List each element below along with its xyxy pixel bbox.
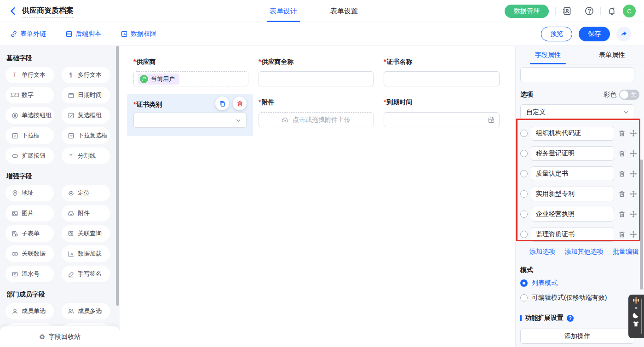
sidebar-scrollbar[interactable] (116, 46, 119, 306)
extension-help-icon[interactable]: ? (567, 315, 574, 322)
toolbar-link[interactable]: 数据权限 (121, 30, 156, 38)
field-type-pill-text-single[interactable]: T 单行文本 (6, 67, 54, 83)
top-header: 供应商资质档案 表单设计 表单设置 数据管理 C (0, 0, 644, 22)
field-type-pill-cloud[interactable]: 附件 (62, 205, 110, 222)
field-type-pill-serial[interactable]: 流水号 (6, 266, 54, 282)
delete-field-button[interactable] (233, 97, 247, 110)
user-avatar[interactable]: C (623, 5, 636, 17)
preview-button[interactable]: 预览 (541, 27, 572, 41)
back-icon[interactable] (8, 6, 17, 16)
option-delete-icon[interactable] (618, 170, 626, 177)
option-value-input[interactable] (531, 146, 614, 161)
mode-option-editable[interactable]: 可编辑模式(仅移动端有效) (520, 294, 639, 302)
field-type-pill-pin[interactable]: 地址 (6, 185, 54, 201)
field-type-label: 扩展按钮 (22, 152, 46, 160)
tab-form-settings[interactable]: 表单设置 (328, 0, 361, 22)
subform-icon (11, 230, 18, 237)
option-value-input[interactable] (531, 166, 614, 181)
field-type-pill-signature[interactable]: 手写签名 (62, 266, 110, 282)
copy-field-button[interactable] (215, 97, 229, 110)
field-input-supplier-full[interactable] (259, 71, 374, 86)
option-radio[interactable] (520, 210, 528, 218)
field-type-pill-multiselect[interactable]: 下拉复选框 (62, 127, 110, 144)
field-type-pill-users[interactable]: 成员多选 (62, 303, 110, 319)
option-drag-icon[interactable] (630, 210, 637, 218)
field-type-label: 成员单选 (22, 307, 46, 315)
field-type-label: 定位 (78, 189, 90, 197)
option-drag-icon[interactable] (630, 150, 637, 157)
toolbar-link[interactable]: 后端脚本 (65, 30, 101, 38)
tab-form-design[interactable]: 表单设计 (267, 0, 300, 22)
option-drag-icon[interactable] (630, 130, 637, 137)
field-title-input[interactable] (520, 67, 634, 82)
field-type-pill-image[interactable]: 图片 (6, 205, 54, 222)
option-actions: 添加选项 添加其他选项 批量编辑 (529, 248, 638, 256)
field-type-pill-user[interactable]: 成员单选 (6, 303, 54, 319)
radio-icon (11, 112, 18, 119)
option-drag-icon[interactable] (630, 170, 637, 177)
field-type-pill-checkbox[interactable]: 复选框组 (62, 107, 110, 124)
add-other-option-link[interactable]: 添加其他选项 (565, 248, 604, 256)
add-action-button[interactable]: 添加操作 (520, 329, 634, 344)
field-type-pill-number[interactable]: 123 数字 (6, 87, 54, 103)
option-delete-icon[interactable] (618, 210, 626, 218)
toolbar-link[interactable]: 表单外链 (10, 30, 46, 38)
form-design-canvas[interactable]: 供应商 户 当前用户 供应商全称 证书名称 证书类别 附件 点击或拖拽附件上传 … (120, 46, 515, 347)
field-type-pill-select[interactable]: 下拉框 (6, 127, 54, 144)
option-radio[interactable] (520, 130, 528, 137)
option-value-input[interactable] (531, 187, 614, 201)
field-type-pill-capsule[interactable]: 扩展按钮 (6, 148, 54, 164)
field-type-pill-target[interactable]: 定位 (62, 185, 110, 201)
selected-field-cert-type[interactable]: 证书类别 (127, 94, 253, 136)
field-type-label: 多行文本 (78, 71, 102, 79)
option-delete-icon[interactable] (618, 190, 626, 198)
field-type-label: 子表单 (22, 229, 40, 238)
tab-form-properties[interactable]: 表单属性 (580, 46, 644, 64)
field-select-cert-type[interactable] (133, 113, 247, 128)
field-type-pill-divider[interactable]: ≡ 分割线 (62, 148, 110, 164)
language-zh-label[interactable]: 中 (633, 297, 639, 304)
help-icon[interactable] (585, 6, 594, 16)
properties-panel: 字段属性 表单属性 选项 彩色 关 自定义 (515, 46, 644, 347)
field-recycle-bin[interactable]: ♻ 字段回收站 (0, 326, 120, 347)
option-delete-icon[interactable] (618, 231, 626, 238)
option-delete-icon[interactable] (618, 150, 626, 157)
field-type-pill-subform[interactable]: 子表单 (6, 225, 54, 242)
field-type-pill-lookup[interactable]: 关联查询 (62, 225, 110, 242)
dark-mode-moon-icon[interactable] (632, 311, 640, 319)
field-type-pill-radio[interactable]: 单选按钮组 (6, 107, 54, 124)
option-radio[interactable] (520, 170, 528, 177)
field-type-pill-text-multi[interactable]: ¶ 多行文本 (62, 67, 110, 83)
mode-option-list[interactable]: 列表模式 (520, 279, 639, 287)
share-button[interactable] (616, 27, 631, 41)
field-type-pill-chart[interactable]: 数据加载 (62, 245, 110, 262)
data-manage-button[interactable]: 数据管理 (505, 5, 549, 18)
option-source-select[interactable]: 自定义 (520, 104, 634, 119)
option-value-input[interactable] (531, 126, 614, 141)
option-drag-icon[interactable] (630, 231, 637, 238)
field-input-cert-name[interactable] (384, 71, 500, 86)
batch-edit-link[interactable]: 批量编辑 (613, 248, 638, 256)
theme-tshirt-icon[interactable] (632, 320, 640, 328)
option-delete-icon[interactable] (618, 130, 626, 137)
address-book-icon[interactable] (562, 6, 571, 16)
option-value-input[interactable] (531, 227, 614, 242)
option-drag-icon[interactable] (630, 190, 637, 198)
panel-scrollbar[interactable] (640, 159, 643, 290)
current-user-tag[interactable]: 户 当前用户 (138, 74, 179, 85)
add-option-link[interactable]: 添加选项 (529, 248, 555, 256)
field-type-pill-calendar[interactable]: 日期时间 (62, 87, 110, 103)
option-radio[interactable] (520, 190, 528, 198)
field-type-pill-link-data[interactable]: 关联数据 (6, 245, 54, 262)
notification-bell-icon[interactable] (607, 6, 616, 16)
color-toggle[interactable]: 关 (619, 90, 639, 100)
option-radio[interactable] (520, 231, 528, 238)
field-upload-attachment[interactable]: 点击或拖拽附件上传 (259, 112, 374, 127)
field-date-expire[interactable] (384, 112, 500, 127)
translate-float-widget[interactable]: 中 ơ (628, 295, 644, 338)
save-button[interactable]: 保存 (579, 27, 610, 41)
tab-field-properties[interactable]: 字段属性 (516, 46, 580, 64)
option-value-input[interactable] (531, 207, 614, 222)
option-radio[interactable] (520, 150, 528, 157)
field-input-supplier[interactable]: 户 当前用户 (133, 71, 248, 86)
